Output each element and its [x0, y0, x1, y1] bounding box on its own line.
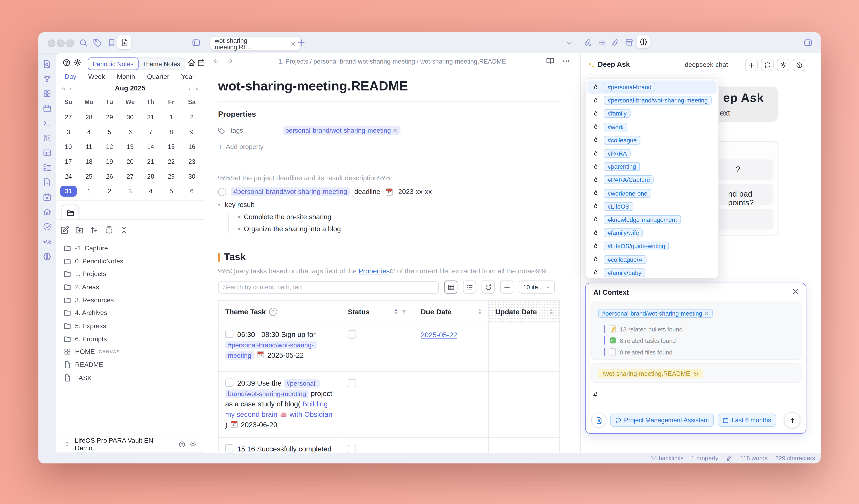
sidebar-item-readme[interactable]: README — [56, 358, 205, 371]
chat-history-button[interactable] — [761, 59, 774, 71]
close-icon[interactable] — [792, 288, 799, 295]
calendar-day[interactable]: 13 — [120, 139, 140, 154]
filter-icon[interactable] — [401, 309, 407, 315]
task-checkbox[interactable] — [225, 330, 233, 338]
calendar-day[interactable]: 31 — [140, 110, 161, 124]
layout-icon[interactable] — [43, 149, 51, 157]
calendar-day[interactable]: 7 — [140, 124, 161, 139]
calendar-day[interactable]: 31 — [58, 184, 79, 198]
calendar-day[interactable]: 1 — [161, 110, 182, 124]
calendar-day[interactable]: 5 — [99, 124, 120, 139]
settings-gear-icon[interactable] — [73, 59, 81, 67]
calendar-day[interactable]: 3 — [120, 184, 140, 198]
context-chip-calendar[interactable]: Last 6 months✕ — [718, 414, 776, 427]
incoming-links-icon[interactable] — [612, 38, 620, 46]
tag-suggestion[interactable]: #family — [587, 107, 717, 120]
tab-active[interactable]: wot-sharing-meeting.RE... ✕ — [210, 37, 300, 50]
calendar-day[interactable]: 26 — [99, 169, 120, 184]
calendar-day[interactable]: 18 — [79, 154, 99, 169]
calendar-day[interactable]: 24 — [58, 169, 79, 184]
search-icon[interactable] — [79, 38, 88, 47]
calendar-day[interactable]: 5 — [161, 184, 182, 198]
add-property-button[interactable]: +Add property — [218, 142, 560, 151]
file-explorer-tab[interactable] — [61, 205, 79, 221]
tag-suggestion[interactable]: #colleague — [587, 134, 717, 147]
note-title[interactable]: wot-sharing-meeting.README — [218, 78, 560, 93]
calendar-heart-icon[interactable] — [43, 193, 51, 201]
key-result-label[interactable]: key result — [225, 201, 254, 209]
tab-list-chevron-icon[interactable] — [566, 40, 573, 47]
calendar-day[interactable]: 15 — [161, 139, 182, 154]
sidebar-item-4-archives[interactable]: 4. Archives — [56, 306, 205, 319]
collapse-all-icon[interactable] — [119, 226, 128, 234]
key-result-item[interactable]: Complete the on-site sharing — [244, 213, 331, 221]
calendar-day[interactable]: 10 — [58, 139, 79, 154]
view-month[interactable]: Month — [117, 73, 135, 81]
file-search-icon[interactable] — [43, 60, 51, 68]
new-note-button[interactable] — [117, 35, 132, 49]
remove-tag-icon[interactable]: ✕ — [392, 127, 397, 134]
new-folder-icon[interactable] — [75, 226, 84, 234]
template-icon[interactable]: <% — [43, 237, 51, 246]
sidebar-item--1-capture[interactable]: -1. Capture — [56, 242, 205, 255]
calendar-day[interactable]: 1 — [79, 184, 99, 198]
calendar-day[interactable]: 14 — [140, 139, 161, 154]
tag-suggestion[interactable]: #work — [587, 120, 717, 134]
char-count[interactable]: 829 characters — [775, 455, 815, 461]
model-selector[interactable]: deepseek-chat — [685, 61, 749, 68]
calendar-day[interactable]: 22 — [161, 154, 182, 169]
calendar-day[interactable]: 29 — [161, 169, 182, 184]
breadcrumb-folder[interactable]: 1. Projects — [278, 58, 308, 65]
refresh-button[interactable] — [481, 280, 495, 294]
tag-suggestion[interactable]: #LifeOS — [587, 200, 717, 213]
suggestion-partial[interactable]: ? — [736, 165, 740, 173]
calendar-day[interactable]: 20 — [120, 154, 140, 169]
deep-ask-brain-button[interactable] — [636, 35, 650, 48]
calendar-day[interactable]: 4 — [140, 184, 161, 198]
tab-close-icon[interactable]: ✕ — [290, 40, 296, 47]
tag-suggestion[interactable]: #PARA/Capture — [587, 173, 717, 186]
calendar-day[interactable]: 8 — [161, 124, 182, 139]
calendar-day[interactable]: 12 — [99, 139, 120, 154]
dice-icon[interactable] — [43, 134, 51, 142]
deadline-tag-pill[interactable]: #personal-brand/wot-sharing-meeting — [231, 187, 350, 196]
calendar-day[interactable]: 2 — [99, 184, 120, 198]
tag-suggestion[interactable]: #parenting — [587, 160, 717, 173]
calendar-day[interactable]: 6 — [120, 124, 140, 139]
sidebar-item-task[interactable]: TASK — [56, 371, 205, 384]
context-tag-pill[interactable]: #personal-brand/wot-sharing-meeting ✕ — [598, 309, 713, 318]
outline-icon[interactable] — [598, 38, 606, 46]
archive-icon[interactable] — [625, 38, 633, 46]
outgoing-links-icon[interactable] — [584, 38, 592, 46]
properties-link[interactable]: Properties — [359, 267, 390, 275]
calendar-day[interactable]: 27 — [120, 169, 140, 184]
suggestion-partial[interactable]: nd bad points? — [728, 189, 773, 207]
calendar-day[interactable]: 21 — [140, 154, 161, 169]
minimize-window-button[interactable] — [57, 40, 65, 47]
calendar-day[interactable]: 3 — [58, 124, 79, 139]
next-year-icon[interactable]: » — [195, 84, 199, 92]
tag-suggestion[interactable]: #LifeOS/guide-writing — [587, 240, 717, 253]
property-tag-pill[interactable]: personal-brand/wot-sharing-meeting✕ — [283, 126, 401, 135]
calendar-day[interactable]: 6 — [182, 184, 202, 198]
calendar-day[interactable]: 25 — [79, 169, 99, 184]
send-button[interactable] — [784, 412, 800, 428]
sort-icon[interactable] — [90, 226, 99, 234]
tab-periodic-notes[interactable]: Periodic Notes — [88, 58, 138, 70]
home-icon[interactable] — [43, 208, 51, 216]
tag-suggestion[interactable]: #PARA — [587, 147, 717, 160]
key-result-item[interactable]: Organize the sharing into a blog — [244, 225, 341, 233]
view-year[interactable]: Year — [181, 73, 194, 81]
close-window-button[interactable] — [48, 40, 56, 47]
context-file-pill[interactable]: /wot-sharing-meeting.README — [598, 369, 703, 378]
properties-heading[interactable]: Properties — [218, 110, 560, 118]
status-checkbox[interactable] — [348, 330, 356, 338]
graph-icon[interactable] — [43, 75, 51, 83]
col-theme-task[interactable]: Theme Task? — [218, 301, 341, 323]
chat-settings-button[interactable] — [777, 59, 789, 71]
task-checkbox[interactable] — [225, 444, 233, 452]
calendar-day[interactable]: 2 — [182, 110, 202, 124]
due-date-link[interactable]: 2025-05-22 — [421, 331, 457, 339]
file-search-button[interactable] — [591, 413, 606, 428]
context-chip-chat[interactable]: Project Management Assistant✕ — [610, 414, 714, 427]
